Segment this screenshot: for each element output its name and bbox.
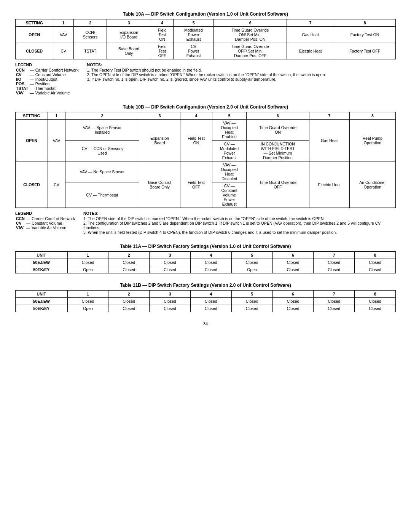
- list-item: CCN—Carrier Comfort Network: [15, 68, 80, 72]
- table-11b-section: Table 11B — DIP Switch Factory Settings …: [15, 283, 396, 312]
- value-cell: Closed: [272, 298, 314, 305]
- abbr: TSTAT: [15, 86, 29, 91]
- open-3-10b: ExpansionBoard: [139, 120, 180, 161]
- col-8-11b: 8: [355, 291, 396, 298]
- table-10a-section: Table 10A — DIP Switch Configuration (Ve…: [15, 11, 396, 95]
- open-setting-10a: OPEN: [16, 27, 53, 43]
- col-1-11a: 1: [67, 252, 108, 259]
- notes-10b: NOTES: 1. The OPEN side of the DIP switc…: [83, 211, 396, 235]
- note-1-10b: 1. The OPEN side of the DIP switch is ma…: [83, 216, 396, 221]
- col-2-10b: 2: [65, 112, 139, 120]
- col-unit-11a: UNIT: [16, 252, 68, 259]
- note-1-10a: 1. The Factory Test DIP switch should no…: [87, 68, 396, 72]
- value-cell: Closed: [150, 266, 191, 273]
- closed-3-10b: Base ControlBoard Only: [139, 161, 180, 208]
- dash: —: [25, 216, 31, 221]
- col-3-10b: 3: [139, 112, 180, 120]
- note-3-10b: 3. When the unit is field-tested (DIP sw…: [83, 230, 396, 235]
- value-cell: Closed: [150, 298, 191, 305]
- list-item: POS.—Position: [15, 81, 80, 86]
- value-cell: Closed: [231, 259, 272, 266]
- table-11a-section: Table 11A — DIP Switch Factory Settings …: [15, 244, 396, 273]
- col-setting-10b: SETTING: [16, 112, 48, 120]
- value-cell: Closed: [272, 266, 314, 273]
- closed-5a-10b: VAV —OccupiedHeatDisabled: [212, 161, 246, 182]
- desc: Constant Volume: [31, 221, 76, 225]
- col-6-11a: 6: [272, 252, 314, 259]
- legend-table-10a: CCN—Carrier Comfort Network CV—Constant …: [15, 68, 80, 95]
- value-cell: Open: [67, 305, 108, 312]
- closed-8-10a: Factory Test OFF: [334, 43, 396, 59]
- col-7-10b: 7: [309, 112, 349, 120]
- value-cell: Closed: [355, 266, 396, 273]
- value-cell: Closed: [108, 266, 150, 273]
- abbr: POS.: [15, 81, 29, 86]
- value-cell: Closed: [190, 259, 231, 266]
- col-2-11a: 2: [108, 252, 150, 259]
- open-6a-10b: Time Guard OverrideON: [247, 120, 309, 141]
- closed-1-10b: CV: [48, 161, 65, 208]
- table-10b-title: Table 10B — DIP Switch Configuration (Ve…: [15, 104, 396, 110]
- table-11b: UNIT 1 2 3 4 5 6 7 8 50EJ/EWClosedClosed…: [15, 290, 396, 312]
- col-3-11a: 3: [150, 252, 191, 259]
- closed-5-10a: CVPowerExhaust: [174, 43, 214, 59]
- list-item: I/O—Input/Output: [15, 77, 80, 81]
- value-cell: Closed: [150, 305, 191, 312]
- open-2b-10b: CV — CCN or SensorsUsed: [65, 141, 139, 161]
- col-1-11b: 1: [67, 291, 108, 298]
- col-5-10a: 5: [174, 19, 214, 27]
- table-11a: UNIT 1 2 3 4 5 6 7 8 50EJ/EWClosedClosed…: [15, 251, 396, 273]
- col-5-11b: 5: [231, 291, 272, 298]
- table-10a: SETTING 1 2 3 4 5 6 7 8 OPEN VAV CCN/Sen…: [15, 19, 396, 59]
- col-3-11b: 3: [150, 291, 191, 298]
- table-row: CLOSED CV VAV — No Space Sensor Base Con…: [16, 161, 396, 182]
- col-2-11b: 2: [108, 291, 150, 298]
- col-4-10b: 4: [180, 112, 212, 120]
- desc: Position: [35, 81, 80, 86]
- list-item: VAV—Variable Air Volume: [15, 225, 76, 230]
- col-3-10a: 3: [107, 19, 151, 27]
- page-number: 34: [15, 321, 396, 326]
- value-cell: Closed: [150, 259, 191, 266]
- open-3-10a: ExpansionI/O Board: [107, 27, 151, 43]
- col-setting-10a: SETTING: [16, 19, 53, 27]
- table-row: OPEN VAV CCN/Sensors ExpansionI/O Board …: [16, 27, 396, 43]
- unit-cell: 50EK/EY: [16, 305, 68, 312]
- list-item: TSTAT—Thermostat: [15, 86, 80, 91]
- open-2a-10b: VAV — Space SensorInstalled: [65, 120, 139, 141]
- table-row: 50EJ/EWClosedClosedClosedClosedClosedClo…: [16, 259, 396, 266]
- table-row: 50EK/EYOpenClosedClosedClosedClosedClose…: [16, 305, 396, 312]
- dash: —: [29, 91, 35, 95]
- list-item: CV—Constant Volume: [15, 72, 80, 77]
- abbr: CV: [15, 72, 29, 77]
- abbr: VAV: [15, 225, 25, 230]
- open-6-10a: Time Guard OverrideON/ Set Min.Damper Po…: [214, 27, 287, 43]
- open-7-10a: Gas Heat: [287, 27, 334, 43]
- closed-5b-10b: CV —ConstantVolumePowerExhaust: [212, 182, 246, 208]
- abbr: VAV: [15, 91, 29, 95]
- legend-10a: LEGEND CCN—Carrier Comfort Network CV—Co…: [15, 62, 80, 95]
- notes-title-10a: NOTES:: [87, 62, 396, 67]
- open-5a-10b: VAV —OccupiedHeatEnabled: [212, 120, 246, 141]
- desc: Variable Air Volume: [31, 225, 76, 230]
- desc: Thermostat: [35, 86, 80, 91]
- open-1-10b: VAV: [48, 120, 65, 161]
- legend-notes-10a: LEGEND CCN—Carrier Comfort Network CV—Co…: [15, 62, 396, 95]
- open-setting-10b: OPEN: [16, 120, 48, 161]
- open-8-10a: Factory Test ON: [334, 27, 396, 43]
- closed-setting-10a: CLOSED: [16, 43, 53, 59]
- dash: —: [29, 86, 35, 91]
- table-10a-title: Table 10A — DIP Switch Configuration (Ve…: [15, 11, 396, 17]
- value-cell: Closed: [190, 298, 231, 305]
- desc: Variable Air Volume: [35, 91, 80, 95]
- note-2-10a: 2. The OPEN side of the DIP switch is ma…: [87, 72, 396, 77]
- dash: —: [25, 221, 31, 225]
- col-1-10a: 1: [53, 19, 74, 27]
- col-6-10b: 6: [247, 112, 309, 120]
- col-1-10b: 1: [48, 112, 65, 120]
- table-row: 50EJ/EWClosedClosedClosedClosedClosedClo…: [16, 298, 396, 305]
- open-6b-10b: IN CONJUNCTIONWITH FIELD TEST— Set Minim…: [247, 141, 309, 161]
- closed-7-10b: Electric Heat: [309, 161, 349, 208]
- dash: —: [25, 225, 31, 230]
- open-2-10a: CCN/Sensors: [73, 27, 107, 43]
